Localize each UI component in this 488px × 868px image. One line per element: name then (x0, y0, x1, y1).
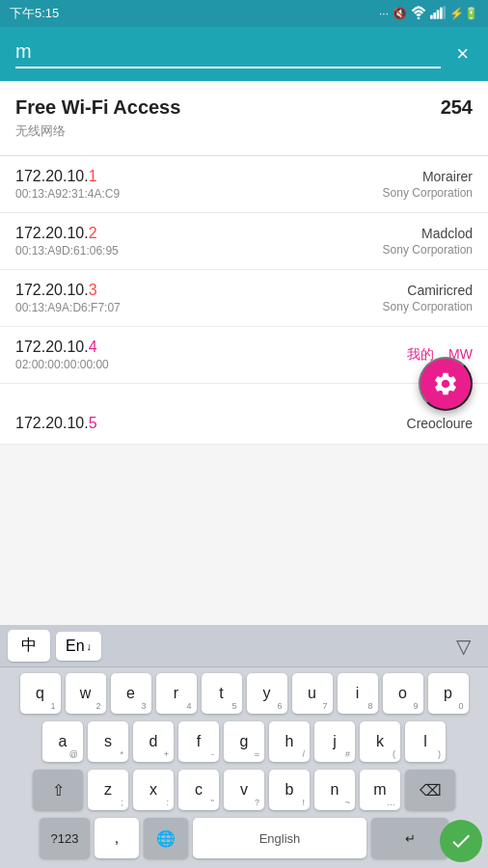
device-right: Madclod Sony Corporation (383, 226, 473, 257)
battery-icon: ⚡🔋 (449, 7, 478, 20)
chinese-input-btn[interactable]: 中 (8, 630, 50, 662)
device-ip: 172.20.10.1 (15, 168, 120, 185)
device-mac: 00:13:A9A:D6:F7:07 (15, 301, 121, 314)
keyboard-lang-bar: 中 En↓ ▽ (0, 625, 488, 667)
delete-key[interactable]: ⌫ (405, 770, 455, 810)
device-list: 172.20.10.1 00:13:A92:31:4A:C9 Morairer … (0, 156, 488, 445)
mute-icon: 🔇 (393, 7, 407, 20)
signal-dots-icon: ··· (379, 7, 389, 20)
key-t[interactable]: t5 (202, 673, 242, 714)
key-c[interactable]: c" (178, 770, 219, 810)
key-l[interactable]: l) (405, 721, 446, 762)
key-u[interactable]: u7 (292, 673, 333, 714)
key-b[interactable]: b! (269, 770, 310, 810)
network-header: Free Wi-Fi Access 无线网络 254 (0, 81, 488, 156)
download-watermark (440, 820, 482, 862)
device-mac: 00:13:A92:31:4A:C9 (15, 187, 120, 201)
device-name: Morairer (383, 169, 473, 184)
search-input-wrapper[interactable] (15, 41, 441, 68)
device-left: 172.20.10.1 00:13:A92:31:4A:C9 (15, 168, 120, 201)
key-k[interactable]: k( (360, 721, 400, 762)
key-w[interactable]: w2 (66, 673, 106, 714)
network-title: Free Wi-Fi Access (15, 96, 180, 119)
key-j[interactable]: j# (314, 721, 355, 762)
network-info: Free Wi-Fi Access 无线网络 (15, 96, 180, 140)
fab-settings-button[interactable] (419, 357, 473, 411)
key-n[interactable]: n~ (314, 770, 355, 810)
search-bar: × (0, 27, 488, 81)
keyboard: 中 En↓ ▽ q1 w2 e3 r4 t5 y6 u7 i8 o9 p0 a@… (0, 625, 488, 868)
device-ip: 172.20.10.2 (15, 225, 119, 242)
svg-rect-4 (440, 7, 443, 18)
device-ip: 172.20.10.3 (15, 282, 121, 299)
key-i[interactable]: i8 (338, 673, 378, 714)
device-right: Morairer Sony Corporation (383, 169, 473, 200)
device-mac: 02:00:00:00:00:00 (15, 358, 109, 371)
key-o[interactable]: o9 (383, 673, 423, 714)
comma-key[interactable]: , (95, 818, 139, 858)
key-a[interactable]: a@ (42, 721, 83, 762)
key-g[interactable]: g= (224, 721, 264, 762)
list-item[interactable]: 172.20.10.4 02:00:00:00:00:00 我的 MW (0, 327, 488, 384)
keyboard-collapse-btn[interactable]: ▽ (447, 631, 480, 662)
num-key[interactable]: ?123 (40, 818, 90, 858)
key-d[interactable]: d+ (133, 721, 174, 762)
key-r[interactable]: r4 (156, 673, 197, 714)
search-input[interactable] (15, 41, 441, 63)
enter-key[interactable]: ↵ (371, 818, 448, 858)
gear-icon (432, 370, 459, 397)
device-item-with-fab: 172.20.10.4 02:00:00:00:00:00 我的 MW (0, 327, 488, 384)
svg-rect-3 (437, 10, 440, 18)
svg-rect-2 (433, 13, 436, 19)
device-left: 172.20.10.3 00:13:A9A:D6:F7:07 (15, 282, 121, 314)
key-p[interactable]: p0 (428, 673, 469, 714)
device-right: Creocloure (407, 416, 473, 431)
device-name: Creocloure (407, 416, 473, 431)
key-m[interactable]: m… (360, 770, 400, 810)
english-input-btn[interactable]: En↓ (56, 632, 101, 661)
status-time: 下午5:15 (10, 5, 59, 22)
key-f[interactable]: f- (178, 721, 219, 762)
list-item[interactable]: 172.20.10.2 00:13:A9D:61:06:95 Madclod S… (0, 213, 488, 270)
device-vendor: Sony Corporation (383, 243, 473, 257)
signal-bars-icon (430, 6, 446, 22)
device-name: Camiricred (383, 283, 473, 298)
device-mac: 00:13:A9D:61:06:95 (15, 244, 119, 258)
svg-point-0 (418, 16, 420, 18)
key-x[interactable]: x: (133, 770, 174, 810)
keyboard-row-1: q1 w2 e3 r4 t5 y6 u7 i8 o9 p0 (4, 673, 484, 714)
list-item[interactable]: 172.20.10.5 Creocloure (0, 403, 488, 445)
keyboard-row-4: ?123 , 🌐 English ↵ (4, 818, 484, 858)
globe-key[interactable]: 🌐 (144, 818, 188, 858)
device-ip: 172.20.10.5 (15, 415, 97, 432)
svg-rect-5 (443, 6, 446, 18)
key-y[interactable]: y6 (247, 673, 287, 714)
device-left: 172.20.10.4 02:00:00:00:00:00 (15, 339, 109, 371)
lang-arrow: ↓ (87, 640, 93, 652)
keyboard-row-2: a@ s* d+ f- g= h/ j# k( l) (4, 721, 484, 762)
device-left: 172.20.10.2 00:13:A9D:61:06:95 (15, 225, 119, 258)
device-name: Madclod (383, 226, 473, 241)
device-right: Camiricred Sony Corporation (383, 283, 473, 313)
list-item[interactable]: 172.20.10.3 00:13:A9A:D6:F7:07 Camiricre… (0, 270, 488, 327)
key-e[interactable]: e3 (111, 673, 151, 714)
key-v[interactable]: v? (224, 770, 264, 810)
check-icon (449, 829, 473, 853)
network-count: 254 (441, 96, 473, 119)
close-button[interactable]: × (452, 38, 473, 70)
key-z[interactable]: z; (88, 770, 128, 810)
wifi-icon (411, 6, 426, 22)
key-s[interactable]: s* (88, 721, 128, 762)
english-label: En (66, 637, 85, 655)
shift-key[interactable]: ⇧ (33, 770, 83, 810)
list-item[interactable]: 172.20.10.1 00:13:A92:31:4A:C9 Morairer … (0, 156, 488, 213)
svg-rect-1 (430, 14, 433, 18)
space-key[interactable]: English (193, 818, 366, 858)
network-subtitle: 无线网络 (15, 122, 180, 140)
device-vendor: Sony Corporation (383, 186, 473, 200)
status-icons: ··· 🔇 ⚡🔋 (379, 6, 478, 22)
device-ip: 172.20.10.4 (15, 339, 109, 356)
device-left: 172.20.10.5 (15, 415, 97, 432)
key-q[interactable]: q1 (20, 673, 61, 714)
key-h[interactable]: h/ (269, 721, 310, 762)
